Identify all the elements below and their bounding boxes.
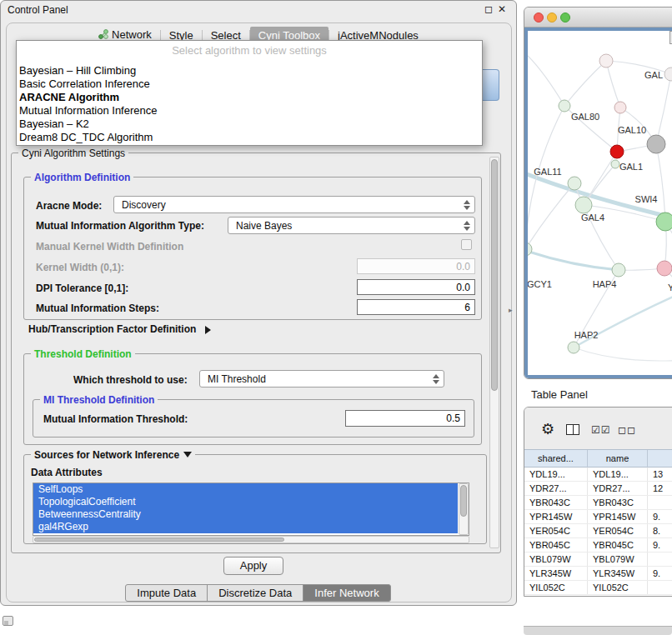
table-row[interactable]: YDR27...YDR27...12 [524, 482, 672, 496]
app-root: Control Panel ◻ ✕ NetworkStyleSelectCyni… [0, 0, 672, 635]
combo-arrows-icon [433, 374, 440, 384]
algorithm-option[interactable]: Mutual Information Inference [17, 104, 482, 118]
table-cell [648, 496, 672, 509]
network-node[interactable] [656, 212, 672, 231]
network-edge [528, 249, 619, 270]
table-cell: YDR27... [588, 482, 648, 495]
network-node[interactable] [611, 160, 619, 168]
sources-group: Sources for Network Inference Data Attri… [23, 454, 487, 544]
which-threshold-value: MI Threshold [208, 373, 266, 385]
bottom-tab-impute-data[interactable]: Impute Data [125, 584, 208, 602]
table-row[interactable]: YPR145WYPR145W9. [524, 510, 672, 524]
table-cell: 12 [648, 482, 672, 495]
network-node[interactable] [610, 145, 624, 158]
attribute-list-item[interactable]: gal4RGexp [33, 521, 458, 533]
header-cell-value[interactable] [648, 450, 672, 468]
attribute-list-item[interactable]: TopologicalCoefficient [33, 496, 458, 508]
mi-threshold-input[interactable] [345, 410, 465, 427]
table-cell: YBR043C [524, 496, 588, 509]
network-node[interactable] [612, 263, 625, 277]
algorithm-option[interactable]: ARACNE Algorithm [17, 91, 482, 104]
network-node[interactable] [657, 261, 672, 276]
manual-kernel-label: Manual Kernel Width Definition [36, 241, 183, 252]
mi-algorithm-combo[interactable]: Naive Bayes [228, 217, 475, 234]
table-row[interactable]: YDL19...YDL19...13 [524, 468, 672, 482]
network-node-label: GAL1 [619, 162, 643, 172]
algorithm-option[interactable]: Basic Correlation Inference [17, 78, 482, 91]
dpi-tolerance-input[interactable] [357, 279, 475, 295]
table-cell [648, 581, 672, 594]
close-icon[interactable]: ✕ [498, 3, 506, 15]
network-node-label: GCY1 [528, 279, 552, 289]
attribute-list-item[interactable]: BetweennessCentrality [33, 508, 458, 521]
network-node[interactable] [568, 342, 579, 353]
table-cell: 8. [648, 524, 672, 538]
minimized-panel-icon[interactable] [3, 616, 13, 626]
apply-button[interactable]: Apply [223, 557, 283, 575]
settings-scrollbar[interactable] [489, 157, 499, 548]
deselect-all-icon[interactable]: ◻◻ [618, 424, 636, 436]
attribute-list-vscrollbar[interactable] [459, 483, 469, 535]
aracne-mode-combo[interactable]: Discovery [113, 196, 475, 213]
header-cell-name[interactable]: name [588, 450, 648, 468]
attribute-list-hscrollbar[interactable] [33, 536, 469, 543]
table-cell: YER054C [524, 524, 588, 538]
network-node[interactable] [599, 54, 613, 68]
sources-group-title[interactable]: Sources for Network Inference [31, 448, 195, 461]
network-node[interactable] [575, 197, 592, 213]
network-node[interactable] [614, 102, 626, 113]
network-node[interactable] [568, 177, 581, 190]
network-canvas[interactable]: GALGAL80GAL10GAL11GAL1SWI4GAL4GCY1HAP4YH… [524, 28, 672, 378]
attribute-list[interactable]: SelfLoopsTopologicalCoefficientBetweenne… [33, 482, 469, 536]
table-cell: YBR045C [588, 538, 648, 552]
hub-section-toggle[interactable]: Hub/Transcription Factor Definition [28, 323, 211, 337]
network-node[interactable] [647, 135, 665, 153]
dpi-tolerance-label: DPI Tolerance [0,1]: [36, 282, 128, 294]
table-cell: YBR043C [588, 496, 648, 509]
algorithm-option[interactable]: Bayesian – Hill Climbing [17, 64, 482, 78]
table-row[interactable]: YER054CYER054C8. [524, 524, 672, 538]
combo-arrows-icon [464, 221, 471, 231]
algorithm-option[interactable]: Bayesian – K2 [17, 118, 482, 131]
header-cell-shared-name[interactable]: shared... [524, 450, 588, 468]
table-cell: YDL19... [588, 468, 648, 481]
traffic-light-minimize-icon[interactable] [547, 12, 557, 22]
which-threshold-combo[interactable]: MI Threshold [199, 370, 444, 388]
network-node-label: Y [668, 282, 672, 292]
threshold-group-title: Threshold Definition [31, 348, 135, 360]
bottom-tab-discretize-data[interactable]: Discretize Data [207, 584, 303, 602]
traffic-light-zoom-icon[interactable] [560, 12, 570, 22]
gear-icon[interactable]: ⚙ [541, 420, 554, 438]
manual-kernel-checkbox [461, 239, 472, 250]
attribute-list-items: SelfLoopsTopologicalCoefficientBetweenne… [33, 483, 469, 533]
panel-resize-arrow-icon[interactable]: ▸ [509, 306, 513, 314]
table-row[interactable]: YBR045CYBR045C9. [524, 538, 672, 552]
table-toolbar: ⚙ ☑☑ ◻◻ [524, 408, 672, 449]
mi-steps-label: Mutual Information Steps: [36, 302, 159, 314]
network-window-titlebar[interactable] [524, 8, 672, 28]
attribute-list-vscroll-thumb[interactable] [460, 485, 467, 517]
traffic-light-close-icon[interactable] [534, 12, 544, 22]
minimized-panel-icon-inner [4, 621, 8, 625]
mi-steps-input[interactable] [357, 299, 475, 315]
network-node[interactable] [664, 68, 672, 81]
table-cell: 9. [648, 538, 672, 552]
mi-algorithm-label: Mutual Information Algorithm Type: [36, 220, 204, 232]
table-row[interactable]: YBR043CYBR043C [524, 496, 672, 510]
algorithm-list: Bayesian – Hill ClimbingBasic Correlatio… [17, 64, 482, 144]
network-node[interactable] [559, 100, 570, 112]
select-all-icon[interactable]: ☑☑ [591, 424, 611, 436]
table-row[interactable]: YBL079WYBL079W [524, 552, 672, 567]
bottom-tab-infer-network[interactable]: Infer Network [303, 584, 390, 602]
mi-threshold-group: MI Threshold Definition Mutual Informati… [33, 399, 474, 438]
table-cell: YBL079W [588, 552, 648, 566]
columns-icon[interactable] [566, 424, 579, 435]
attribute-list-hscroll-thumb[interactable] [34, 538, 284, 542]
network-edge [656, 144, 665, 222]
minimize-icon[interactable]: ◻ [484, 3, 493, 15]
attribute-list-item[interactable]: SelfLoops [33, 483, 458, 496]
settings-scrollbar-thumb[interactable] [491, 159, 498, 391]
algorithm-option[interactable]: Dream8 DC_TDC Algorithm [17, 131, 482, 144]
table-row[interactable]: YIL052CYIL052C [524, 581, 672, 595]
table-row[interactable]: YLR345WYLR345W9. [524, 567, 672, 581]
